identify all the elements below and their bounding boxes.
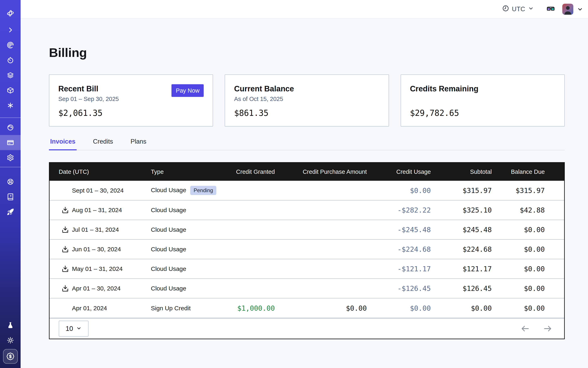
asterisk-icon[interactable] [0, 98, 21, 113]
invoice-date: Sept 01 – 30, 2024 [72, 187, 124, 194]
logo-orbit-icon[interactable] [0, 6, 21, 21]
card-subtitle: As of Oct 15, 2025 [234, 96, 380, 103]
timezone-selector[interactable]: UTC [502, 5, 534, 13]
gauge-icon[interactable] [0, 120, 21, 135]
credit-usage-value: -$224.68 [397, 245, 431, 253]
subtotal-value: $224.68 [463, 245, 492, 253]
subtotal-value: $126.45 [463, 284, 492, 293]
spiral-eye-icon[interactable] [0, 37, 21, 53]
invoice-type: Cloud Usage [151, 285, 186, 292]
sidebar-divider [0, 167, 21, 167]
column-header: Credit Granted [219, 163, 277, 181]
recent-bill-amount: $2,061.35 [58, 108, 204, 118]
current-balance-card: Current Balance As of Oct 15, 2025 $861.… [225, 74, 389, 127]
credit-card-icon[interactable] [0, 135, 21, 150]
card-title: Credits Remaining [410, 85, 555, 93]
chevron-down-icon [528, 6, 534, 13]
table-row: Apr 01, 2024Sign Up Credit$1,000.00$0.00… [50, 298, 564, 318]
credits-remaining-card: Credits Remaining $29,782.65 [401, 74, 565, 127]
sidebar-divider [0, 118, 21, 118]
invoice-date: Jul 01 – 31, 2024 [72, 226, 119, 233]
table-row: Aug 01 – 31, 2024Cloud Usage-$282.22$325… [50, 200, 564, 220]
page-size-value: 10 [66, 325, 73, 332]
chevron-down-icon[interactable] [577, 6, 583, 12]
invoice-type: Cloud Usage [151, 207, 186, 213]
balance-due-value: $0.00 [524, 284, 545, 293]
billing-tabs: InvoicesCreditsPlans [49, 138, 565, 150]
chevron-down-icon [76, 325, 81, 332]
invoice-type: Cloud Usage [151, 246, 186, 253]
table-row: Jun 01 – 30, 2024Cloud Usage-$224.68$224… [50, 239, 564, 259]
badge-dollar-icon[interactable] [3, 349, 18, 364]
layers-icon[interactable] [0, 68, 21, 83]
sidebar [0, 0, 21, 368]
status-badge: Pending [190, 186, 216, 195]
column-header: Date (UTC) [50, 163, 151, 181]
download-invoice-icon[interactable] [61, 245, 69, 253]
column-header: Type [151, 163, 219, 181]
tab-credits[interactable]: Credits [92, 138, 114, 150]
credit-usage-value: -$245.48 [397, 226, 431, 234]
card-subtitle [410, 96, 555, 103]
column-header: Credit Usage [369, 163, 433, 181]
invoices-table-container: Date (UTC)TypeCredit GrantedCredit Purch… [49, 162, 565, 339]
table-row: Jul 01 – 31, 2024Cloud Usage-$245.48$245… [50, 220, 564, 239]
invoice-date: Jun 01 – 30, 2024 [72, 246, 121, 253]
balance-due-value: $0.00 [524, 245, 545, 253]
subtotal-value: $121.17 [463, 265, 492, 273]
invoice-type: Cloud Usage [151, 187, 186, 193]
cube-icon[interactable] [0, 83, 21, 98]
previous-page-button[interactable] [521, 324, 530, 333]
helm-wheel-icon[interactable] [0, 174, 21, 189]
tab-invoices[interactable]: Invoices [49, 138, 77, 150]
credit-usage-value: -$121.17 [397, 265, 431, 273]
tab-plans[interactable]: Plans [129, 138, 148, 150]
pagination-bar: 10 [50, 318, 564, 339]
invoice-date: Apr 01, 2024 [72, 305, 107, 312]
table-row: Apr 01 – 30, 2024Cloud Usage-$126.45$126… [50, 279, 564, 298]
invoice-type: Cloud Usage [151, 265, 186, 272]
table-row: Sept 01 – 30, 2024Cloud UsagePending$0.0… [50, 181, 564, 200]
subtotal-value: $245.48 [463, 226, 492, 234]
download-invoice-icon[interactable] [61, 226, 69, 234]
balance-due-value: $0.00 [524, 226, 545, 234]
credit-usage-value: $0.00 [410, 186, 431, 195]
download-invoice-icon[interactable] [61, 206, 69, 214]
timer-icon[interactable] [0, 53, 21, 68]
column-header: Balance Due [494, 163, 564, 181]
credit-usage-value: -$282.22 [397, 206, 431, 214]
table-body: Sept 01 – 30, 2024Cloud UsagePending$0.0… [50, 181, 564, 318]
invoices-table: Date (UTC)TypeCredit GrantedCredit Purch… [50, 163, 564, 318]
sun-icon[interactable] [0, 333, 21, 348]
download-invoice-icon[interactable] [61, 265, 69, 273]
balance-due-value: $42.88 [520, 206, 545, 214]
balance-due-value: $315.97 [516, 186, 545, 195]
clock-icon [502, 5, 509, 13]
invoice-type: Cloud Usage [151, 226, 186, 233]
chevron-right-icon[interactable] [0, 22, 21, 37]
table-header-row: Date (UTC)TypeCredit GrantedCredit Purch… [50, 163, 564, 181]
flask-icon[interactable] [0, 318, 21, 333]
balance-due-value: $0.00 [524, 304, 545, 312]
column-header: Subtotal [433, 163, 494, 181]
balance-due-value: $0.00 [524, 265, 545, 273]
main-content: Billing Recent Bill Sep 01 – Sep 30, 202… [21, 18, 588, 368]
table-row: May 01 – 31, 2024Cloud Usage-$121.17$121… [50, 259, 564, 279]
pay-now-button[interactable]: Pay Now [172, 84, 204, 97]
card-title: Current Balance [234, 85, 380, 93]
book-sparkle-icon[interactable] [0, 189, 21, 204]
page-title: Billing [49, 45, 565, 60]
credit-usage-value: $0.00 [410, 304, 431, 312]
page-size-select[interactable]: 10 [59, 321, 89, 337]
next-page-button[interactable] [543, 324, 552, 333]
topbar: UTC [21, 0, 588, 18]
credit-usage-value: -$126.45 [397, 284, 431, 293]
gear-icon[interactable] [0, 150, 21, 165]
download-invoice-icon[interactable] [61, 285, 69, 292]
summary-cards: Recent Bill Sep 01 – Sep 30, 2025 $2,061… [49, 74, 565, 127]
glasses-icon[interactable] [546, 4, 555, 14]
avatar[interactable] [562, 4, 573, 15]
column-header: Credit Purchase Amount [277, 163, 369, 181]
rocket-icon[interactable] [0, 204, 21, 220]
credits-remaining-amount: $29,782.65 [410, 108, 555, 118]
